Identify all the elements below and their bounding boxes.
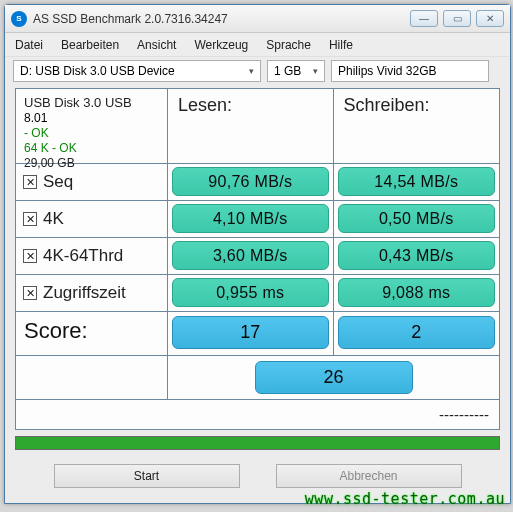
- minimize-button[interactable]: —: [410, 10, 438, 27]
- row-seq: ✕Seq 90,76 MB/s 14,54 MB/s: [16, 163, 499, 200]
- row-4k64: ✕4K-64Thrd 3,60 MB/s 0,43 MB/s: [16, 237, 499, 274]
- checkbox-access[interactable]: ✕: [23, 286, 37, 300]
- device-dropdown[interactable]: D: USB Disk 3.0 USB Device ▾: [13, 60, 261, 82]
- menubar: Datei Bearbeiten Ansicht Werkzeug Sprach…: [5, 33, 510, 57]
- seq-write: 14,54 MB/s: [338, 167, 496, 196]
- results-panel: USB Disk 3.0 USB 8.01 - OK 64 K - OK 29,…: [15, 88, 500, 430]
- r4k-write: 0,50 MB/s: [338, 204, 496, 233]
- menu-language[interactable]: Sprache: [266, 38, 311, 52]
- compression-row: ----------: [16, 399, 499, 429]
- abort-button[interactable]: Abbrechen: [276, 464, 462, 488]
- chevron-down-icon: ▾: [249, 66, 254, 76]
- r4k64-write: 0,43 MB/s: [338, 241, 496, 270]
- menu-help[interactable]: Hilfe: [329, 38, 353, 52]
- menu-edit[interactable]: Bearbeiten: [61, 38, 119, 52]
- watermark: www.ssd-tester.com.au: [305, 490, 505, 508]
- seq-read: 90,76 MB/s: [172, 167, 329, 196]
- score-write: 2: [338, 316, 496, 349]
- test-rows: ✕Seq 90,76 MB/s 14,54 MB/s ✕4K 4,10 MB/s…: [16, 163, 499, 311]
- menu-tools[interactable]: Werkzeug: [194, 38, 248, 52]
- label-access: Zugriffszeit: [43, 283, 126, 303]
- app-window: S AS SSD Benchmark 2.0.7316.34247 — ▭ ✕ …: [4, 4, 511, 504]
- acc-write: 9,088 ms: [338, 278, 496, 307]
- row-4k: ✕4K 4,10 MB/s 0,50 MB/s: [16, 200, 499, 237]
- firmware-version: 8.01: [24, 111, 159, 126]
- r4k64-read: 3,60 MB/s: [172, 241, 329, 270]
- checkbox-seq[interactable]: ✕: [23, 175, 37, 189]
- window-title: AS SSD Benchmark 2.0.7316.34247: [33, 12, 228, 26]
- score-label: Score:: [16, 312, 168, 355]
- window-controls: — ▭ ✕: [410, 10, 504, 27]
- label-seq: Seq: [43, 172, 73, 192]
- score-total: 26: [255, 361, 413, 394]
- titlebar[interactable]: S AS SSD Benchmark 2.0.7316.34247 — ▭ ✕: [5, 5, 510, 33]
- acc-read: 0,955 ms: [172, 278, 329, 307]
- testsize-dropdown[interactable]: 1 GB ▾: [267, 60, 325, 82]
- chevron-down-icon: ▾: [313, 66, 318, 76]
- driver-status: - OK: [24, 126, 159, 141]
- checkbox-4k64[interactable]: ✕: [23, 249, 37, 263]
- identity-field[interactable]: Philips Vivid 32GB: [331, 60, 489, 82]
- alignment-status: 64 K - OK: [24, 141, 159, 156]
- menu-view[interactable]: Ansicht: [137, 38, 176, 52]
- label-4k: 4K: [43, 209, 64, 229]
- drive-name: USB Disk 3.0 USB: [24, 95, 159, 111]
- app-icon: S: [11, 11, 27, 27]
- compression-value: ----------: [439, 406, 489, 423]
- r4k-read: 4,10 MB/s: [172, 204, 329, 233]
- start-button[interactable]: Start: [54, 464, 240, 488]
- close-button[interactable]: ✕: [476, 10, 504, 27]
- score-read: 17: [172, 316, 329, 349]
- device-selected: D: USB Disk 3.0 USB Device: [20, 64, 175, 78]
- score-total-row: 26: [16, 355, 499, 399]
- checkbox-4k[interactable]: ✕: [23, 212, 37, 226]
- label-4k64: 4K-64Thrd: [43, 246, 123, 266]
- row-access: ✕Zugriffszeit 0,955 ms 9,088 ms: [16, 274, 499, 311]
- action-buttons: Start Abbrechen: [15, 464, 500, 488]
- toolbar: D: USB Disk 3.0 USB Device ▾ 1 GB ▾ Phil…: [5, 57, 510, 84]
- menu-file[interactable]: Datei: [15, 38, 43, 52]
- maximize-button[interactable]: ▭: [443, 10, 471, 27]
- progress-bar: [15, 436, 500, 450]
- score-row: Score: 17 2: [16, 311, 499, 355]
- testsize-selected: 1 GB: [274, 64, 301, 78]
